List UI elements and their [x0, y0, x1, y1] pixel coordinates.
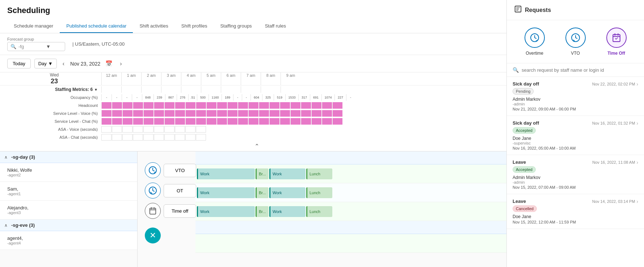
metrics-time-cells [101, 86, 506, 93]
request-chevron-3: › [636, 159, 638, 165]
occupancy-label: Occupancy (%) [7, 95, 101, 100]
vto-text-button[interactable]: VTO [164, 164, 196, 177]
overtime-icon-item[interactable]: Overtime [525, 28, 545, 56]
ot-icon [148, 186, 157, 195]
view-selector[interactable]: Day ▼ [34, 59, 57, 68]
day-label: Wed [50, 72, 59, 78]
shift-work-nikki-2: Work [269, 168, 306, 179]
time-off-icon-item[interactable]: Time Off [606, 28, 627, 56]
time-slot-4am: 4 am [181, 72, 201, 85]
forecast-group-select[interactable]: 🔍 ▼ [7, 42, 65, 51]
request-role-3: -admin [513, 180, 592, 184]
staff-member-sam: Sam, -agent1 [0, 182, 137, 201]
view-label: Day [38, 61, 47, 66]
forecast-group-input[interactable] [18, 44, 44, 49]
shift-work-alejandro-2: Work [269, 206, 306, 217]
request-type-4: Leave [513, 199, 592, 204]
asa-voice-cells [101, 126, 506, 133]
request-item-4[interactable]: Leave Cancelled Doe Jane Nov 15, 2022, 1… [507, 194, 644, 229]
staff-role-sam: -agent1 [7, 192, 130, 196]
right-panel: Requests Overtime VTO [506, 0, 644, 267]
request-right-4: Nov 14, 2022, 03:14 PM › [592, 199, 638, 204]
staff-name-agent4: agent4, [7, 235, 130, 241]
tab-shift-activities[interactable]: Shift activities [133, 20, 174, 33]
ot-text-button[interactable]: OT [164, 184, 196, 197]
date-picker-button[interactable]: 📅 [104, 59, 114, 68]
staffing-metrics-label[interactable]: Staffing Metrics: 6 ▼ [7, 87, 101, 92]
close-action-button[interactable]: ✕ [145, 228, 161, 243]
vto-circle-button[interactable] [145, 162, 161, 178]
request-type-1: Sick day off [513, 81, 592, 87]
timezone-label: | US/Eastern, UTC-05:00 [72, 41, 125, 47]
today-button[interactable]: Today [7, 59, 31, 68]
tab-schedule-manager[interactable]: Schedule manager [7, 20, 60, 33]
staff-area: ∧ -sg-day (3) Nikki, Wolfe -agent2 Sam, … [0, 151, 506, 267]
search-bar: 🔍 [507, 63, 644, 77]
prev-date-button[interactable]: ‹ [60, 59, 67, 68]
ot-circle-button[interactable] [145, 183, 161, 199]
request-date-1: Nov 22, 2022, 02:02 PM [592, 82, 635, 86]
staff-name-nikki: Nikki, Wolfe [7, 167, 130, 173]
time-slot-5am: 5 am [201, 72, 221, 85]
vto-icon [148, 166, 157, 175]
headcount-label: Headcount [7, 103, 101, 108]
staff-role-agent4: -agent4 [7, 241, 130, 245]
headcount-row: Headcount [7, 101, 506, 109]
tab-staff-rules[interactable]: Staff rules [258, 20, 292, 33]
tab-shift-profiles[interactable]: Shift profiles [175, 20, 214, 33]
view-dropdown-icon: ▼ [48, 61, 53, 66]
request-role-2: -supervisc [513, 141, 592, 145]
panel-title: Requests [525, 7, 551, 13]
forecast-group-label: Forecast group [7, 37, 65, 41]
service-level-voice-row: Service Level - Voice (%) [7, 109, 506, 117]
group-collapse-eve-icon: ∧ [4, 223, 8, 228]
asa-chat-row: ASA - Chat (seconds) [7, 133, 506, 141]
requests-list: Sick day off Pending Admin Markov -admin… [507, 77, 644, 267]
tab-staffing-groups[interactable]: Staffing groups [214, 20, 258, 33]
search-input[interactable] [522, 67, 638, 73]
staff-member-nikki: Nikki, Wolfe -agent2 [0, 163, 137, 182]
shift-break-nikki: Br... [256, 168, 269, 179]
staff-group-eve-header[interactable]: ∧ -sg-eve (3) [0, 220, 137, 231]
time-slot-12am: 12 am [101, 72, 121, 85]
shift-work-alejandro-1: Work [197, 206, 255, 217]
staff-member-agent4: agent4, -agent4 [0, 231, 137, 250]
shift-lunch-sam: Lunch [306, 187, 332, 198]
request-chevron-4: › [636, 199, 638, 204]
svg-rect-2 [150, 208, 156, 214]
timeoff-text-button[interactable]: Time off [164, 204, 196, 218]
timeoff-circle-button[interactable] [145, 203, 161, 219]
request-date-2: Nov 16, 2022, 01:32 PM [592, 121, 635, 125]
time-off-icon-circle [606, 28, 627, 48]
request-time-1: Nov 21, 2022, 09:00 AM - 06:00 PM [513, 107, 592, 111]
request-item-2[interactable]: Sick day off Accepted Doe Jane -supervis… [507, 116, 644, 155]
headcount-cells [101, 102, 506, 109]
day-number: 23 [50, 78, 59, 85]
date-display: Nov 23, 2022 [70, 61, 100, 67]
search-icon: 🔍 [10, 44, 16, 49]
schedule-row-alejandro: Work Br... Work Lunch [195, 202, 506, 221]
request-item-3[interactable]: Leave Accepted Admin Markov -admin Nov 1… [507, 155, 644, 194]
filter-bar: Forecast group 🔍 ▼ | US/Eastern, UTC-05:… [0, 33, 506, 55]
time-slot-8am: 8 am [261, 72, 281, 85]
vto-icon-item[interactable]: VTO [565, 28, 586, 56]
collapse-metrics-button[interactable]: ⌃ [7, 141, 506, 151]
shift-work-nikki-1: Work [197, 168, 255, 179]
asa-voice-label: ASA - Voice (seconds) [7, 127, 101, 132]
vto-icon-circle [565, 28, 586, 48]
next-date-button[interactable]: › [118, 59, 124, 68]
request-item-1[interactable]: Sick day off Pending Admin Markov -admin… [507, 77, 644, 116]
occupancy-cells: - - - - 848 239 867 276 .51 500 1160 189… [101, 94, 506, 101]
vto-label: VTO [571, 51, 580, 56]
tab-published-schedule-calendar[interactable]: Published schedule calendar [60, 20, 133, 33]
asa-chat-cells [101, 134, 506, 141]
request-badge-3: Accepted [513, 166, 536, 173]
overtime-icon-circle [525, 28, 545, 48]
staff-name-alejandro: Alejandro, [7, 205, 130, 210]
staff-group-day-header[interactable]: ∧ -sg-day (3) [0, 151, 137, 163]
panel-header: Requests [507, 0, 644, 20]
search-icon: 🔍 [513, 67, 519, 73]
requests-icon [514, 5, 522, 15]
shift-break-alejandro: Br... [256, 206, 269, 217]
time-slot-6am: 6 am [221, 72, 241, 85]
